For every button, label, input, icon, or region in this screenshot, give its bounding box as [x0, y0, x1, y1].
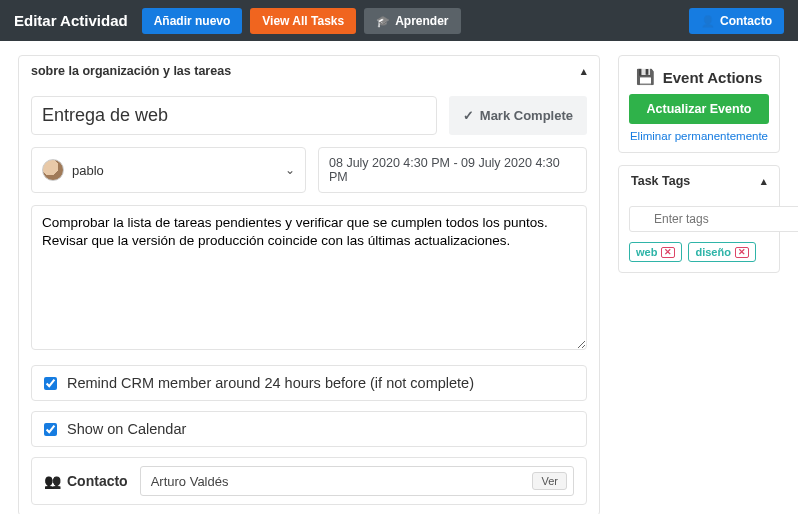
- remind-label: Remind CRM member around 24 hours before…: [67, 375, 474, 391]
- chevron-down-icon: ⌄: [285, 163, 295, 177]
- remove-tag-icon[interactable]: ✕: [735, 247, 749, 258]
- mark-complete-button[interactable]: Mark Complete: [449, 96, 587, 135]
- remove-tag-icon[interactable]: ✕: [661, 247, 675, 258]
- show-calendar-label: Show on Calendar: [67, 421, 186, 437]
- show-calendar-checkbox-row[interactable]: Show on Calendar: [31, 411, 587, 447]
- learn-button[interactable]: Aprender: [364, 8, 460, 34]
- tags-input[interactable]: [629, 206, 798, 232]
- task-tags-header[interactable]: Task Tags: [619, 166, 779, 196]
- update-event-button[interactable]: Actualizar Evento: [629, 94, 769, 124]
- add-new-button[interactable]: Añadir nuevo: [142, 8, 243, 34]
- collapse-icon[interactable]: [761, 174, 767, 188]
- top-bar: Editar Actividad Añadir nuevo View All T…: [0, 0, 798, 41]
- assignee-select[interactable]: pablo ⌄: [31, 147, 306, 193]
- remind-checkbox-row[interactable]: Remind CRM member around 24 hours before…: [31, 365, 587, 401]
- save-icon: [636, 68, 655, 86]
- date-range-field[interactable]: 08 July 2020 4:30 PM - 09 July 2020 4:30…: [318, 147, 587, 193]
- remind-checkbox[interactable]: [44, 377, 57, 390]
- contact-field[interactable]: Arturo Valdés Ver: [140, 466, 574, 496]
- tags-list: web ✕diseño ✕: [629, 242, 769, 262]
- section-title: sobre la organización y las tareas: [31, 64, 231, 78]
- activity-panel: sobre la organización y las tareas Mark …: [18, 55, 600, 514]
- user-icon: [701, 14, 715, 28]
- collapse-icon[interactable]: [581, 64, 587, 78]
- contact-row: Contacto Arturo Valdés Ver: [31, 457, 587, 505]
- graduation-icon: [376, 14, 390, 28]
- view-all-tasks-button[interactable]: View All Tasks: [250, 8, 356, 34]
- contact-name: Arturo Valdés: [151, 474, 533, 489]
- tag-chip[interactable]: web ✕: [629, 242, 682, 262]
- contact-label: Contacto: [44, 473, 128, 489]
- task-tags-panel: Task Tags Add web ✕diseño ✕: [618, 165, 780, 273]
- event-actions-title: Event Actions: [663, 69, 762, 86]
- page-title: Editar Actividad: [14, 12, 128, 29]
- view-contact-button[interactable]: Ver: [532, 472, 567, 490]
- tag-chip[interactable]: diseño ✕: [688, 242, 755, 262]
- delete-permanently-link[interactable]: Eliminar permanentemente: [629, 130, 769, 142]
- task-title-card: [31, 96, 437, 135]
- contact-button[interactable]: Contacto: [689, 8, 784, 34]
- avatar: [42, 159, 64, 181]
- event-actions-panel: Event Actions Actualizar Evento Eliminar…: [618, 55, 780, 153]
- assignee-name: pablo: [72, 163, 104, 178]
- activity-panel-header[interactable]: sobre la organización y las tareas: [19, 56, 599, 86]
- task-title-input[interactable]: [42, 105, 426, 126]
- description-textarea[interactable]: [31, 205, 587, 350]
- show-calendar-checkbox[interactable]: [44, 423, 57, 436]
- check-icon: [463, 108, 474, 123]
- people-icon: [44, 473, 61, 489]
